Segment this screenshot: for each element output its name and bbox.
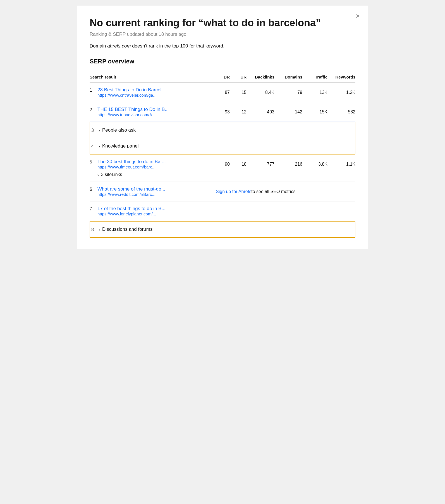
sitelinks-row-5[interactable]: › 3 siteLinks bbox=[90, 170, 355, 182]
highlighted-special-row-8: 8 › Discussions and forums bbox=[90, 221, 355, 238]
row-link-title-7[interactable]: 17 of the best things to do in B... bbox=[97, 206, 166, 211]
row-dr-2: 93 bbox=[213, 110, 230, 115]
chevron-icon-4: › bbox=[99, 144, 100, 149]
row-left-5: 5 The 30 best things to do in Bar... htt… bbox=[90, 159, 213, 169]
serp-overview-title: SERP overview bbox=[90, 58, 355, 65]
table-row: 1 28 Best Things to Do in Barcel... http… bbox=[90, 83, 355, 102]
row-ur-5: 18 bbox=[230, 162, 247, 167]
table-row: 7 17 of the best things to do in B... ht… bbox=[90, 201, 355, 221]
row-keywords-5: 1.1K bbox=[327, 162, 355, 167]
special-row-4[interactable]: 4 › Knowledge panel bbox=[90, 138, 355, 154]
special-label-4: Knowledge panel bbox=[102, 143, 138, 149]
col-header-ur: UR bbox=[230, 75, 247, 79]
signup-text: to see all SEO metrics bbox=[251, 189, 295, 194]
row-num-6: 6 bbox=[90, 186, 95, 192]
table-row: 6 What are some of the must-do... https:… bbox=[90, 182, 355, 201]
row-link-url-5[interactable]: https://www.timeout.com/barc... bbox=[97, 165, 166, 169]
row-domains-2: 142 bbox=[274, 110, 302, 115]
chevron-icon-8: › bbox=[99, 227, 100, 232]
row-5-container: 5 The 30 best things to do in Bar... htt… bbox=[90, 154, 355, 182]
row-domains-1: 79 bbox=[274, 90, 302, 95]
chevron-icon-sitelinks: › bbox=[97, 172, 99, 177]
row-link-url-2[interactable]: https://www.tripadvisor.com/A... bbox=[97, 112, 169, 117]
highlighted-special-rows-3-4: 3 › People also ask 4 › Knowledge panel bbox=[90, 122, 355, 154]
row-num-2: 2 bbox=[90, 107, 95, 112]
col-header-keywords: Keywords bbox=[327, 75, 355, 79]
row-num-5: 5 bbox=[90, 159, 95, 165]
row-link-title-2[interactable]: THE 15 BEST Things to Do in B... bbox=[97, 107, 169, 112]
domain-note: Domain ahrefs.com doesn’t rank in the to… bbox=[90, 43, 355, 49]
chevron-icon-3: › bbox=[99, 128, 100, 133]
row-num-1: 1 bbox=[90, 87, 95, 93]
row-ur-2: 12 bbox=[230, 110, 247, 115]
row-backlinks-1: 8.4K bbox=[247, 90, 274, 95]
sitelinks-label: 3 siteLinks bbox=[101, 172, 122, 177]
row-dr-5: 90 bbox=[213, 162, 230, 167]
row-num-4: 4 bbox=[91, 143, 96, 149]
modal-title: No current ranking for “what to do in ba… bbox=[90, 17, 355, 29]
row-traffic-2: 15K bbox=[302, 110, 327, 115]
special-label-8: Discussions and forums bbox=[102, 227, 152, 232]
row-keywords-2: 582 bbox=[327, 110, 355, 115]
table-row: 5 The 30 best things to do in Bar... htt… bbox=[90, 154, 355, 170]
row-traffic-5: 3.8K bbox=[302, 162, 327, 167]
row-left-1: 1 28 Best Things to Do in Barcel... http… bbox=[90, 87, 213, 98]
col-header-domains: Domains bbox=[274, 75, 302, 79]
special-row-8[interactable]: 8 › Discussions and forums bbox=[90, 222, 355, 237]
table-header: Search result DR UR Backlinks Domains Tr… bbox=[90, 72, 355, 83]
row-ur-1: 15 bbox=[230, 90, 247, 95]
row-link-url-6[interactable]: https://www.reddit.com/r/Barc... bbox=[97, 192, 165, 197]
special-row-3[interactable]: 3 › People also ask bbox=[90, 122, 355, 138]
col-header-backlinks: Backlinks bbox=[247, 75, 274, 79]
col-header-traffic: Traffic bbox=[302, 75, 327, 79]
row-num-7: 7 bbox=[90, 206, 95, 211]
col-header-dr: DR bbox=[213, 75, 230, 79]
row-num-3: 3 bbox=[91, 127, 96, 133]
special-label-3: People also ask bbox=[102, 127, 136, 133]
row-link-title-6[interactable]: What are some of the must-do... bbox=[97, 186, 165, 192]
row-backlinks-2: 403 bbox=[247, 110, 274, 115]
close-button[interactable]: × bbox=[356, 12, 360, 20]
row-traffic-1: 13K bbox=[302, 90, 327, 95]
row-backlinks-5: 777 bbox=[247, 162, 274, 167]
col-header-search-result: Search result bbox=[90, 75, 213, 79]
table-row: 2 THE 15 BEST Things to Do in B... https… bbox=[90, 102, 355, 122]
modal-panel: × No current ranking for “what to do in … bbox=[77, 6, 368, 249]
row-left-7: 7 17 of the best things to do in B... ht… bbox=[90, 206, 213, 216]
row-link-url-1[interactable]: https://www.cntraveler.com/ga... bbox=[97, 93, 165, 98]
row-domains-5: 216 bbox=[274, 162, 302, 167]
signup-link[interactable]: Sign up for Ahrefs bbox=[216, 189, 251, 194]
row-left-2: 2 THE 15 BEST Things to Do in B... https… bbox=[90, 107, 213, 117]
signup-area: Sign up for Ahrefs to see all SEO metric… bbox=[213, 189, 355, 194]
row-num-8: 8 bbox=[91, 227, 96, 232]
row-keywords-1: 1.2K bbox=[327, 90, 355, 95]
modal-subtitle: Ranking & SERP updated about 18 hours ag… bbox=[90, 32, 355, 37]
serp-table: Search result DR UR Backlinks Domains Tr… bbox=[90, 72, 355, 238]
row-link-title-5[interactable]: The 30 best things to do in Bar... bbox=[97, 159, 166, 165]
row-dr-1: 87 bbox=[213, 90, 230, 95]
row-link-url-7[interactable]: https://www.lonelyplanet.com/... bbox=[97, 211, 166, 216]
row-left-6: 6 What are some of the must-do... https:… bbox=[90, 186, 213, 197]
row-link-title-1[interactable]: 28 Best Things to Do in Barcel... bbox=[97, 87, 165, 93]
